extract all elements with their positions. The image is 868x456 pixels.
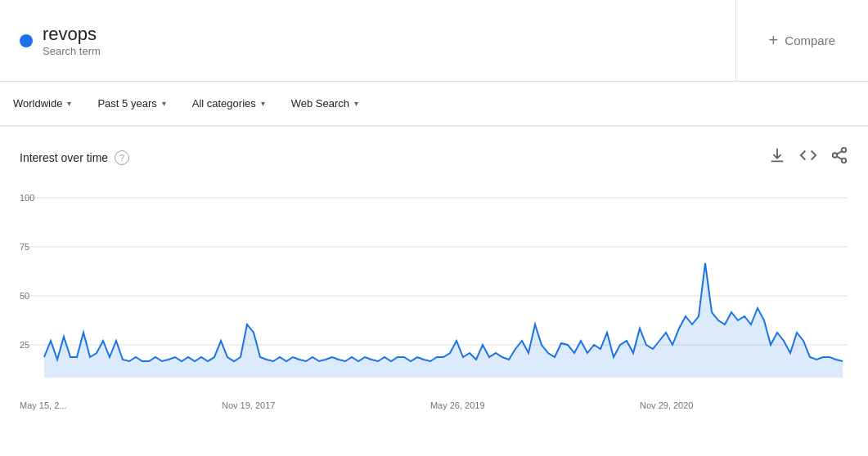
filter-search-type[interactable]: Web Search ▾ [278, 82, 371, 125]
chart-header: Interest over time ? [20, 146, 848, 168]
chart-section: Interest over time ? [0, 133, 868, 423]
svg-point-1 [833, 153, 838, 158]
embed-button[interactable] [799, 146, 817, 168]
term-type: Search term [43, 45, 101, 57]
chart-title-group: Interest over time ? [20, 150, 129, 165]
info-icon[interactable]: ? [115, 150, 129, 165]
filter-time[interactable]: Past 5 years ▾ [84, 82, 178, 125]
svg-point-0 [842, 148, 847, 153]
chart-actions [768, 146, 848, 168]
search-dot [20, 34, 33, 47]
search-term-text: revops Search term [43, 24, 101, 57]
svg-line-4 [837, 151, 842, 154]
x-axis-labels: May 15, 2... Nov 19, 2017 May 26, 2019 N… [20, 397, 848, 410]
category-label: All categories [192, 97, 256, 110]
time-chevron: ▾ [162, 99, 166, 108]
compare-label[interactable]: Compare [785, 34, 835, 47]
svg-text:25: 25 [20, 340, 29, 350]
svg-text:100: 100 [20, 193, 34, 203]
svg-point-2 [842, 159, 847, 163]
x-label-2: Nov 19, 2017 [222, 400, 275, 410]
filter-region[interactable]: Worldwide ▾ [0, 82, 84, 125]
region-label: Worldwide [13, 97, 62, 110]
category-chevron: ▾ [261, 99, 265, 108]
search-type-chevron: ▾ [354, 99, 358, 108]
filter-category[interactable]: All categories ▾ [179, 82, 278, 125]
interest-chart: 100 75 50 25 [20, 181, 848, 394]
svg-text:75: 75 [20, 242, 29, 252]
term-name: revops [43, 24, 101, 45]
x-label-4: Nov 29, 2020 [640, 400, 693, 410]
filter-bar: Worldwide ▾ Past 5 years ▾ All categorie… [0, 82, 868, 127]
svg-text:50: 50 [20, 291, 29, 301]
chart-container: 100 75 50 25 May 15, 2... Nov 19, 2017 M… [20, 181, 848, 410]
x-label-1: May 15, 2... [20, 400, 66, 410]
search-header: revops Search term + Compare [0, 0, 868, 82]
x-label-3: May 26, 2019 [430, 400, 485, 410]
plus-icon: + [769, 31, 779, 50]
time-label: Past 5 years [97, 97, 156, 110]
svg-line-3 [837, 156, 842, 159]
share-button[interactable] [830, 146, 848, 168]
download-button[interactable] [768, 146, 786, 168]
search-term-section: revops Search term [0, 0, 736, 81]
chart-title: Interest over time [20, 151, 108, 164]
region-chevron: ▾ [67, 99, 71, 108]
compare-section[interactable]: + Compare [736, 0, 868, 81]
search-type-label: Web Search [291, 97, 349, 110]
